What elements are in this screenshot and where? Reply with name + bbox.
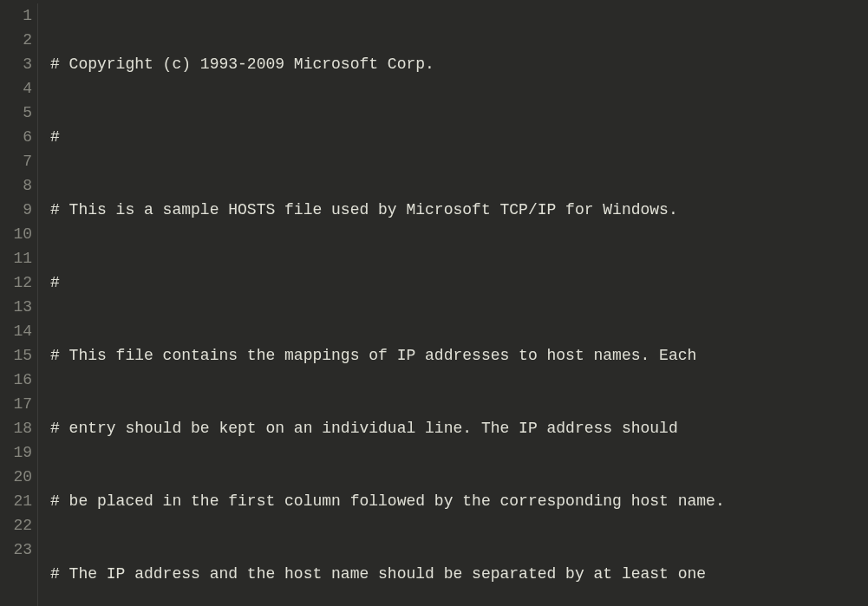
code-area[interactable]: # Copyright (c) 1993-2009 Microsoft Corp… <box>38 3 868 606</box>
line-number: 2 <box>0 28 32 52</box>
line-number: 4 <box>0 76 32 101</box>
code-line[interactable]: # <box>50 270 868 295</box>
code-line[interactable]: # be placed in the first column followed… <box>50 489 868 513</box>
line-number: 7 <box>0 149 32 173</box>
code-line[interactable]: # The IP address and the host name shoul… <box>50 562 868 586</box>
line-number: 17 <box>0 392 32 416</box>
line-number: 19 <box>0 440 32 465</box>
line-number-gutter: 1 2 3 4 5 6 7 8 9 10 11 12 13 14 15 16 1… <box>0 3 38 606</box>
line-number: 11 <box>0 246 32 270</box>
line-number: 9 <box>0 198 32 222</box>
line-number: 8 <box>0 173 32 198</box>
line-number: 16 <box>0 368 32 392</box>
line-number: 18 <box>0 416 32 440</box>
line-number: 13 <box>0 295 32 319</box>
text-editor[interactable]: 1 2 3 4 5 6 7 8 9 10 11 12 13 14 15 16 1… <box>0 0 868 606</box>
line-number: 15 <box>0 343 32 368</box>
line-number: 23 <box>0 538 32 562</box>
code-line[interactable]: # This is a sample HOSTS file used by Mi… <box>50 198 868 222</box>
code-line[interactable]: # <box>50 125 868 149</box>
line-number: 20 <box>0 465 32 489</box>
line-number: 12 <box>0 270 32 295</box>
line-number: 21 <box>0 489 32 513</box>
line-number: 1 <box>0 3 32 28</box>
line-number: 14 <box>0 319 32 343</box>
line-number: 6 <box>0 125 32 149</box>
line-number: 22 <box>0 513 32 538</box>
line-number: 5 <box>0 101 32 125</box>
code-line[interactable]: # Copyright (c) 1993-2009 Microsoft Corp… <box>50 52 868 76</box>
line-number: 10 <box>0 222 32 246</box>
code-line[interactable]: # entry should be kept on an individual … <box>50 416 868 440</box>
line-number: 3 <box>0 52 32 76</box>
code-line[interactable]: # This file contains the mappings of IP … <box>50 343 868 368</box>
